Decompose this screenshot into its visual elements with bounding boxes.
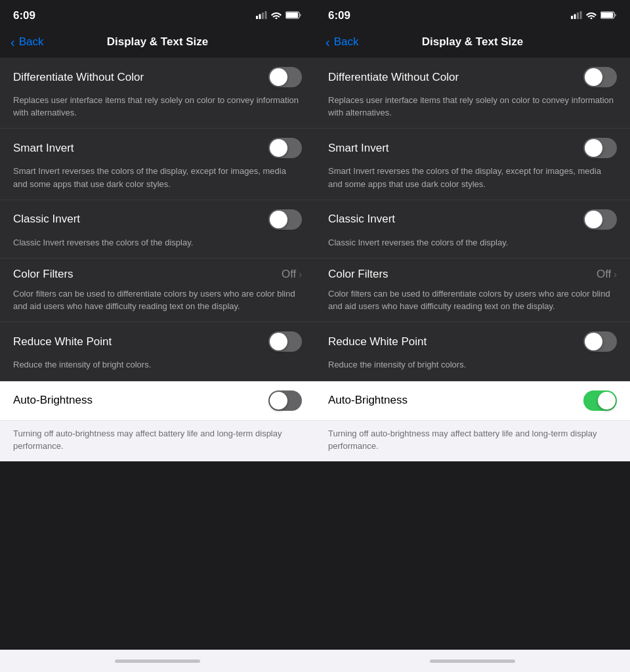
color-filters-value-text-left: Off (282, 268, 296, 281)
color-filters-row-left[interactable]: Color Filters Off › (0, 259, 315, 287)
color-filters-desc-text-right: Color filters can be used to differentia… (328, 289, 610, 311)
nav-bar-right: ‹ Back Display & Text Size (315, 29, 630, 58)
color-filters-value-left: Off › (282, 268, 302, 281)
reduce-white-point-desc-text-left: Reduce the intensity of bright colors. (13, 360, 151, 369)
smart-invert-knob-left (270, 139, 287, 157)
wifi-icon-right (586, 10, 597, 22)
back-label-right[interactable]: Back (334, 35, 359, 49)
classic-invert-desc-text-right: Classic Invert reverses the colors of th… (328, 238, 508, 247)
reduce-white-point-toggle-left[interactable] (268, 331, 302, 352)
smart-invert-desc-text-left: Smart Invert reverses the colors of the … (13, 166, 286, 188)
auto-brightness-knob-right (598, 392, 616, 410)
classic-invert-toggle-left[interactable] (268, 209, 302, 230)
differentiate-without-color-desc-right: Replaces user interface items that rely … (315, 94, 630, 129)
auto-brightness-row-right: Auto-Brightness (315, 381, 630, 421)
auto-brightness-section-left: Auto-Brightness Turning off auto-brightn… (0, 381, 315, 461)
back-chevron-left: ‹ (10, 35, 15, 50)
reduce-white-point-desc-text-right: Reduce the intensity of bright colors. (328, 360, 466, 369)
reduce-white-point-section-left: Reduce White Point Reduce the intensity … (0, 322, 315, 381)
svg-rect-8 (574, 14, 576, 20)
back-button-left[interactable]: ‹ Back (10, 35, 43, 50)
status-icons-right (571, 10, 617, 22)
classic-invert-row-right: Classic Invert (315, 200, 630, 236)
differentiate-without-color-toggle-left[interactable] (268, 67, 302, 87)
smart-invert-desc-right: Smart Invert reverses the colors of the … (315, 165, 630, 200)
smart-invert-desc-text-right: Smart Invert reverses the colors of the … (328, 166, 601, 188)
smart-invert-desc-left: Smart Invert reverses the colors of the … (0, 165, 315, 200)
svg-rect-9 (577, 12, 579, 19)
settings-list-left: Differentiate Without Color Replaces use… (0, 58, 315, 650)
back-chevron-right: ‹ (326, 35, 330, 50)
back-label-left[interactable]: Back (19, 35, 44, 49)
classic-invert-desc-text-left: Classic Invert reverses the colors of th… (13, 238, 193, 247)
color-filters-value-right: Off › (597, 268, 617, 281)
color-filters-label-left: Color Filters (13, 268, 74, 281)
reduce-white-point-knob-left (270, 333, 287, 350)
auto-brightness-toggle-right[interactable] (583, 390, 617, 411)
differentiate-without-color-desc-text-right: Replaces user interface items that rely … (328, 95, 614, 117)
differentiate-without-color-knob-right (585, 68, 602, 86)
status-bar-left: 6:09 (0, 0, 315, 29)
home-indicator-left (0, 650, 315, 672)
home-bar-left (115, 660, 200, 663)
smart-invert-knob-right (585, 139, 602, 157)
color-filters-value-text-right: Off (597, 268, 611, 281)
auto-brightness-section-right: Auto-Brightness Turning off auto-brightn… (315, 381, 630, 461)
home-indicator-right (315, 650, 630, 672)
differentiate-without-color-row-right: Differentiate Without Color (315, 58, 630, 94)
auto-brightness-row-left: Auto-Brightness (0, 381, 315, 421)
reduce-white-point-label-left: Reduce White Point (13, 335, 112, 348)
smart-invert-section-right: Smart Invert Smart Invert reverses the c… (315, 129, 630, 200)
wifi-icon (271, 10, 282, 22)
classic-invert-desc-right: Classic Invert reverses the colors of th… (315, 236, 630, 259)
differentiate-without-color-toggle-right[interactable] (583, 67, 617, 87)
reduce-white-point-desc-right: Reduce the intensity of bright colors. (315, 358, 630, 381)
reduce-white-point-desc-left: Reduce the intensity of bright colors. (0, 358, 315, 381)
auto-brightness-desc-text-left: Turning off auto-brightness may affect b… (13, 429, 282, 451)
color-filters-row-right[interactable]: Color Filters Off › (315, 259, 630, 287)
back-button-right[interactable]: ‹ Back (326, 35, 358, 50)
left-panel: 6:09 (0, 0, 315, 672)
differentiate-without-color-section-right: Differentiate Without Color Replaces use… (315, 58, 630, 129)
color-filters-chevron-right: › (614, 269, 617, 280)
smart-invert-toggle-left[interactable] (268, 138, 302, 158)
reduce-white-point-section-right: Reduce White Point Reduce the intensity … (315, 322, 630, 381)
differentiate-without-color-knob-left (270, 68, 287, 86)
svg-rect-3 (265, 11, 267, 19)
differentiate-without-color-row-left: Differentiate Without Color (0, 58, 315, 94)
svg-rect-13 (615, 14, 617, 16)
status-time-right: 6:09 (328, 9, 350, 22)
reduce-white-point-toggle-right[interactable] (583, 331, 617, 352)
svg-rect-10 (580, 11, 582, 19)
auto-brightness-desc-left: Turning off auto-brightness may affect b… (0, 421, 315, 461)
classic-invert-label-left: Classic Invert (13, 213, 80, 226)
auto-brightness-toggle-left[interactable] (268, 390, 302, 411)
classic-invert-desc-left: Classic Invert reverses the colors of th… (0, 236, 315, 259)
classic-invert-toggle-right[interactable] (583, 209, 617, 230)
color-filters-section-right: Color Filters Off › Color filters can be… (315, 259, 630, 322)
svg-rect-6 (300, 14, 302, 16)
nav-title-left: Display & Text Size (107, 35, 209, 49)
reduce-white-point-label-right: Reduce White Point (328, 335, 427, 348)
smart-invert-toggle-right[interactable] (583, 138, 617, 158)
classic-invert-section-right: Classic Invert Classic Invert reverses t… (315, 200, 630, 259)
classic-invert-row-left: Classic Invert (0, 200, 315, 236)
color-filters-desc-text-left: Color filters can be used to differentia… (13, 289, 295, 311)
right-panel: 6:09 (315, 0, 630, 672)
nav-title-right: Display & Text Size (422, 35, 524, 49)
svg-rect-0 (256, 16, 258, 19)
auto-brightness-knob-left (270, 392, 287, 410)
battery-icon (285, 10, 302, 22)
differentiate-without-color-label-right: Differentiate Without Color (328, 71, 459, 84)
differentiate-without-color-section-left: Differentiate Without Color Replaces use… (0, 58, 315, 129)
reduce-white-point-knob-right (585, 333, 602, 350)
status-bar-right: 6:09 (315, 0, 630, 29)
smart-invert-label-right: Smart Invert (328, 142, 389, 155)
smart-invert-section-left: Smart Invert Smart Invert reverses the c… (0, 129, 315, 200)
smart-invert-label-left: Smart Invert (13, 142, 74, 155)
color-filters-desc-right: Color filters can be used to differentia… (315, 287, 630, 322)
color-filters-section-left: Color Filters Off › Color filters can be… (0, 259, 315, 322)
reduce-white-point-row-left: Reduce White Point (0, 322, 315, 358)
classic-invert-section-left: Classic Invert Classic Invert reverses t… (0, 200, 315, 259)
reduce-white-point-row-right: Reduce White Point (315, 322, 630, 358)
